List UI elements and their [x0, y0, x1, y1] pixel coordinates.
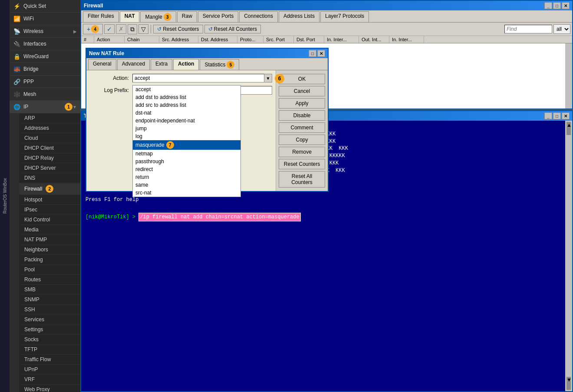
option-accept[interactable]: accept [133, 86, 240, 93]
dialog-maximize-button[interactable]: □ [309, 50, 316, 57]
submenu-item-cloud[interactable]: Cloud [19, 133, 80, 143]
scrollbar-up-btn[interactable]: ▲ [566, 122, 571, 135]
submenu-item-settings[interactable]: Settings [19, 325, 80, 335]
submenu-item-hotspot[interactable]: Hotspot [19, 195, 80, 205]
option-masquerade[interactable]: masquerade 7 [133, 140, 240, 150]
dialog-tab-extra[interactable]: Extra [151, 59, 172, 70]
ok-button[interactable]: OK [279, 74, 325, 84]
fw-scrollbar[interactable] [565, 43, 572, 109]
close-button[interactable]: ✕ [562, 2, 570, 9]
tab-mangle[interactable]: Mangle3 [140, 11, 176, 22]
copy-button-dialog[interactable]: Copy [279, 135, 325, 145]
disable-button-dialog[interactable]: Disable [279, 110, 325, 121]
tab-layer7[interactable]: Layer7 Protocols [320, 11, 369, 22]
submenu-item-addresses[interactable]: Addresses [19, 123, 80, 133]
find-select[interactable]: all [553, 24, 570, 34]
option-return[interactable]: return [133, 173, 240, 181]
sidebar-label: Wireless [23, 28, 73, 34]
tab-nat[interactable]: NAT [120, 11, 140, 22]
sidebar-item-quick-set[interactable]: ⚡ Quick Set [10, 0, 80, 13]
action-input[interactable] [132, 74, 264, 82]
option-endpoint-nat[interactable]: endpoint-independent-nat [133, 117, 240, 125]
command-text[interactable]: /ip firewall nat add chain=srcnat action… [138, 213, 300, 222]
option-add-src[interactable]: add src to address list [133, 101, 240, 109]
submenu-item-ipsec[interactable]: IPsec [19, 205, 80, 215]
submenu-item-dhcp-relay[interactable]: DHCP Relay [19, 153, 80, 163]
submenu-item-kid-control[interactable]: Kid Control [19, 215, 80, 225]
action-control: ▼ 6 accept add dst to address list add s… [132, 74, 272, 82]
sidebar-item-ppp[interactable]: 🔗 PPP [10, 76, 80, 88]
reset-all-counters-button[interactable]: ↺ Reset All Counters [204, 25, 261, 33]
maximize-button[interactable]: □ [553, 2, 561, 9]
minimize-button[interactable]: _ [544, 2, 552, 9]
comment-button[interactable]: Comment [279, 122, 325, 133]
submenu-item-vrf[interactable]: VRF [19, 375, 80, 385]
add-button[interactable]: + 4 [83, 24, 103, 34]
option-log[interactable]: log [133, 132, 240, 140]
sidebar-item-wireguard[interactable]: 🔒 WireGuard [10, 50, 80, 63]
enable-button[interactable]: ✓ [104, 24, 115, 34]
tab-service-ports[interactable]: Service Ports [198, 11, 238, 22]
cancel-button[interactable]: Cancel [279, 86, 325, 96]
apply-button[interactable]: Apply [279, 98, 325, 109]
submenu-item-snmp[interactable]: SNMP [19, 295, 80, 305]
submenu-item-neighbors[interactable]: Neighbors [19, 245, 80, 255]
option-src-nat[interactable]: src-nat [133, 189, 240, 197]
terminal-maximize-btn[interactable]: □ [553, 112, 561, 119]
reset-counters-button[interactable]: ↺ Reset Counters [153, 25, 203, 33]
dialog-tab-stats[interactable]: Statistics 5 [200, 59, 239, 70]
find-input[interactable] [504, 25, 552, 33]
dialog-tab-action[interactable]: Action [173, 59, 199, 70]
scrollbar-down-btn[interactable]: ▼ [566, 377, 571, 390]
action-dropdown-arrow[interactable]: ▼ [264, 74, 272, 82]
remove-button[interactable]: Remove [279, 147, 325, 157]
dialog-tab-general[interactable]: General [88, 59, 116, 70]
sidebar-item-bridge[interactable]: 🌉 Bridge [10, 63, 80, 76]
dialog-close-button[interactable]: ✕ [317, 50, 325, 57]
tab-raw[interactable]: Raw [177, 11, 197, 22]
submenu-item-arp[interactable]: ARP [19, 113, 80, 123]
terminal-close-btn[interactable]: ✕ [562, 112, 570, 119]
sidebar-item-ip[interactable]: 🌐 IP 1 ▼ [10, 101, 80, 113]
option-dst-nat[interactable]: dst-nat [133, 109, 240, 117]
tab-connections[interactable]: Connections [239, 11, 278, 22]
submenu-item-socks[interactable]: Socks [19, 335, 80, 345]
submenu-item-dhcp-client[interactable]: DHCP Client [19, 143, 80, 153]
submenu-item-routes[interactable]: Routes [19, 275, 80, 285]
submenu-item-pool[interactable]: Pool [19, 265, 80, 275]
reset-all-counters-btn-dialog[interactable]: Reset All Counters [279, 171, 325, 188]
submenu-item-nat-pmp[interactable]: NAT PMP [19, 235, 80, 245]
terminal-minimize-btn[interactable]: _ [544, 112, 552, 119]
submenu-item-dns[interactable]: DNS [19, 173, 80, 183]
sidebar-item-interfaces[interactable]: 🔌 Interfaces [10, 38, 80, 50]
submenu-item-packing[interactable]: Packing [19, 255, 80, 265]
submenu-item-services[interactable]: Services [19, 315, 80, 325]
submenu-item-web-proxy[interactable]: Web Proxy [19, 385, 80, 392]
submenu-item-tftp[interactable]: TFTP [19, 345, 80, 355]
sidebar-item-wireless[interactable]: 📡 Wireless ▶ [10, 25, 80, 38]
sidebar-item-mesh[interactable]: 🕸️ Mesh [10, 88, 80, 101]
option-same[interactable]: same [133, 181, 240, 189]
copy-button[interactable]: ⧉ [128, 24, 137, 34]
dialog-tab-advanced[interactable]: Advanced [117, 59, 150, 70]
terminal-scrollbar[interactable]: ▲ ▼ [565, 121, 572, 391]
submenu-item-ssh[interactable]: SSH [19, 305, 80, 315]
option-redirect[interactable]: redirect [133, 165, 240, 173]
option-passthrough[interactable]: passthrough [133, 158, 240, 165]
col-src-port: Src. Port [263, 36, 294, 43]
submenu-item-firewall[interactable]: Firewall 2 [19, 183, 80, 195]
submenu-item-traffic-flow[interactable]: Traffic Flow [19, 355, 80, 365]
submenu-item-upnp[interactable]: UPnP [19, 365, 80, 375]
tab-address-lists[interactable]: Address Lists [279, 11, 319, 22]
disable-button[interactable]: ✗ [116, 24, 126, 34]
filter-button[interactable]: ▽ [138, 24, 148, 34]
option-jump[interactable]: jump [133, 125, 240, 132]
submenu-item-media[interactable]: Media [19, 225, 80, 235]
reset-counters-btn-dialog[interactable]: Reset Counters [279, 159, 325, 169]
submenu-item-smb[interactable]: SMB [19, 285, 80, 295]
sidebar-item-wifi[interactable]: 📶 WiFi [10, 13, 80, 25]
option-add-dst[interactable]: add dst to address list [133, 93, 240, 101]
tab-filter-rules[interactable]: Filter Rules [83, 11, 119, 22]
submenu-item-dhcp-server[interactable]: DHCP Server [19, 163, 80, 173]
option-netmap[interactable]: netmap [133, 150, 240, 158]
